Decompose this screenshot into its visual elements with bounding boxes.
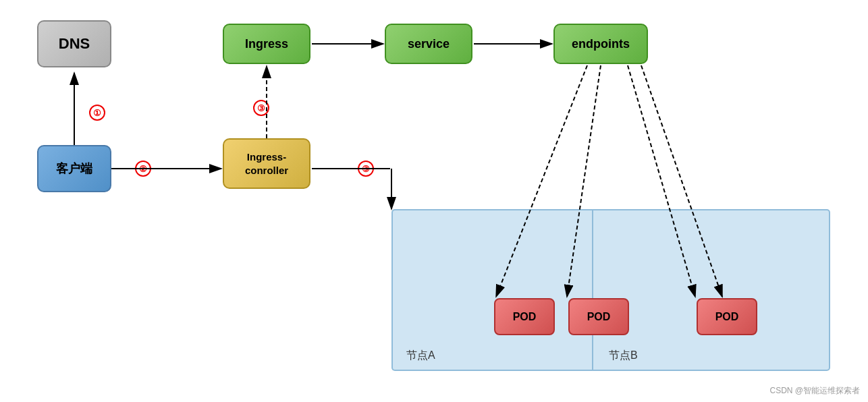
service-label: service (408, 37, 450, 51)
step1-label: ① (89, 105, 105, 121)
watermark: CSDN @智能运维探索者 (769, 385, 860, 397)
client-box: 客户端 (37, 145, 111, 192)
endpoints-label: endpoints (572, 37, 630, 51)
step3b-label: ③ (358, 161, 374, 177)
pod2-label: POD (587, 311, 611, 323)
dns-box: DNS (37, 20, 111, 67)
ingress-box: Ingress (223, 24, 310, 64)
service-box: service (385, 24, 472, 64)
dns-label: DNS (59, 35, 90, 53)
pod1-box: POD (494, 298, 555, 335)
diagram-container: DNS 客户端 Ingress service endpoints Ingres… (0, 0, 868, 402)
node-divider (592, 210, 593, 370)
ingress-controller-label: Ingress-conroller (245, 150, 288, 177)
node-b-label: 节点B (609, 349, 638, 363)
ingress-label: Ingress (245, 37, 288, 51)
node-a-label: 节点A (406, 349, 435, 363)
pod1-label: POD (513, 311, 537, 323)
pod2-box: POD (568, 298, 629, 335)
ingress-controller-box: Ingress-conroller (223, 138, 310, 189)
step3a-label: ③ (253, 100, 269, 116)
pod3-box: POD (697, 298, 757, 335)
pod3-label: POD (715, 311, 739, 323)
node-area: 节点A 节点B POD POD POD (391, 209, 830, 371)
endpoints-box: endpoints (553, 24, 648, 64)
client-label: 客户端 (56, 161, 92, 177)
step2-label: ② (135, 161, 151, 177)
